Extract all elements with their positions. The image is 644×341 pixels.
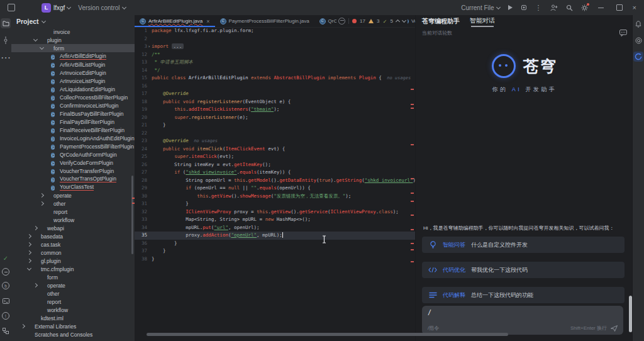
line-number[interactable]: 1 [135,27,152,35]
tree-item-form[interactable]: form [11,273,135,281]
window-icon[interactable] [6,3,16,13]
line-number[interactable]: 29 [135,184,152,193]
tree-item-vouchertransoptplugin[interactable]: CVoucherTransOptPlugin [11,175,135,183]
tree-item-cas-task[interactable]: cas.task [11,240,135,249]
maximize-icon[interactable] [614,3,625,13]
line-number[interactable]: 37 [135,247,152,255]
close-icon[interactable]: × [633,4,636,11]
tree-item-confirminvoicelistplugin[interactable]: CConfirmInvoiceListPlugin [11,101,135,109]
line-number[interactable]: 32 [135,208,152,216]
error-stripe-mark[interactable] [411,229,414,230]
tree-item-arliquidationeditplugin[interactable]: CArLiquidationEditPlugin [11,85,135,93]
tree-item-operate[interactable]: operate [11,191,135,199]
tree-item-other[interactable]: other [11,199,135,208]
tree-item-tmc-cfmplugin[interactable]: tmc.cfmplugin [11,265,135,273]
vcs-update-icon[interactable]: ✓ [3,255,8,262]
ai-chat-input[interactable]: / /指令 Shift+Enter 换行 [422,306,623,335]
line-number[interactable]: 14 [135,67,152,75]
send-icon[interactable] [611,325,618,332]
tree-item-finalreceivebillfilterplugin[interactable]: CFinalReceiveBillFilterPlugin [11,126,135,134]
error-stripe-mark[interactable] [411,193,414,194]
more-actions-icon[interactable]: ⋮ [535,4,542,11]
tree-item-workflow[interactable]: workflow [11,216,135,224]
tree-item-kdtest-iml[interactable]: kdtest.iml [11,314,135,322]
services-tool-icon[interactable] [1,326,11,336]
tree-item-paymentprocessbillfilterplugin[interactable]: CPaymentProcessBillFilterPlugin [11,142,135,150]
vcs-widget[interactable]: Version control [78,4,125,11]
tree-item-arinvoicelistplugin[interactable]: CArInvoiceListPlugin [11,77,135,85]
error-stripe-mark[interactable] [411,243,414,244]
line-number[interactable]: 27 [135,169,152,177]
line-number[interactable]: 33 [135,216,152,224]
tree-item-finalbuspaybillfilterplugin[interactable]: CFinalBusPayBillFilterPlugin [11,109,135,118]
ai-card-代码解释[interactable]: 代码解释总结一下这段代码的功能 [422,287,625,303]
collapsed-chevron-icon[interactable] [39,194,45,197]
tree-item-invoiceloginandautheditplugin[interactable]: CInvoiceLoginAndAuthEditPlugin [11,134,135,142]
tree-item-arinvoiceeditplugin[interactable]: CArInvoiceEditPlugin [11,69,135,77]
line-number[interactable]: 2 [135,35,152,43]
project-tool-icon[interactable] [1,18,11,28]
notifications-bell-icon[interactable] [633,19,643,29]
commit-tool-icon[interactable] [1,35,11,45]
tree-item-finalpaybillfilterplugin[interactable]: CFinalPayBillFilterPlugin [11,118,135,126]
prev-problem-icon[interactable] [396,20,400,24]
code-editor[interactable]: 1package lfx.lfxgf.fi.ar.plugin.form;23›… [135,27,415,341]
debug-icon[interactable] [521,4,527,11]
tree-item-report[interactable]: report [11,208,135,216]
error-stripe-mark[interactable] [411,215,414,216]
tab-smart-chat[interactable]: 智能对话 [470,16,495,27]
minimize-icon[interactable] [596,3,606,13]
error-stripe-mark[interactable] [411,201,414,202]
tree-item-other[interactable]: other [11,289,135,298]
tree-item-verifycodeformplugin[interactable]: CVerifyCodeFormPlugin [11,159,135,167]
tab-close-icon[interactable]: × [206,18,209,25]
search-icon[interactable] [566,4,573,11]
collapsed-chevron-icon[interactable] [26,235,32,238]
expanded-chevron-icon[interactable] [26,268,32,270]
tree-item-scratches-and-consoles[interactable]: Scratches and Consoles [11,330,135,338]
error-stripe-mark[interactable] [411,104,414,105]
line-number[interactable]: 21 [135,121,152,130]
line-number[interactable]: 22 [135,130,152,138]
code-with-me-icon[interactable] [550,4,558,11]
inspections-widget[interactable]: 17 3 ✓ 5 [336,17,408,25]
tree-item-vouchertransferplugin[interactable]: CVoucherTransferPlugin [11,167,135,175]
tree-item-webapi[interactable]: webapi [11,224,135,232]
project-panel-header[interactable]: Project [11,15,135,26]
collapsed-chevron-icon[interactable] [33,226,38,230]
project-selector[interactable]: L lfxgf [42,3,70,13]
line-number[interactable]: 25 [135,153,152,161]
build-tool-icon[interactable]: b [2,282,9,289]
run-icon[interactable] [508,5,513,10]
line-number[interactable]: 34 [135,224,152,232]
collapsed-chevron-icon[interactable] [26,243,32,246]
main-menu-icon[interactable] [24,3,34,13]
problems-tool-icon[interactable]: ! [2,312,9,320]
tree-scrollbar[interactable] [131,176,133,254]
line-number[interactable]: 24 [135,145,152,154]
tree-item-report[interactable]: report [11,298,135,306]
tree-item-invoice[interactable]: invoice [11,28,135,36]
settings-gear-icon[interactable] [581,4,588,11]
tree-item-arfirarbilleditplugin[interactable]: CArfirArBillEditPlugin [11,52,135,60]
tree-item-operate[interactable]: operate [11,281,135,289]
line-number[interactable]: 16 [135,82,152,91]
line-number[interactable]: 18 [135,98,152,106]
highlight-level-icon[interactable] [338,18,345,25]
no-entry-icon[interactable] [2,268,9,276]
error-stripe[interactable] [409,27,415,341]
error-stripe-mark[interactable] [411,178,414,179]
line-number[interactable]: 28 [135,177,152,185]
expanded-chevron-icon[interactable] [39,47,45,49]
line-number[interactable]: 23 [135,137,152,145]
ai-card-智能问答[interactable]: 智能问答什么是自定义控件开发 [422,237,625,253]
tree-item-plugin[interactable]: plugin [11,36,135,44]
tree-item-arfirarbilllistplugin[interactable]: CArfirArBillListPlugin [11,60,135,69]
collapsed-chevron-icon[interactable] [20,325,26,328]
collapsed-chevron-icon[interactable] [33,284,38,287]
more-tools-icon[interactable]: ⋯ [1,52,11,62]
line-number[interactable]: 20 [135,114,152,122]
expanded-chevron-icon[interactable] [33,39,38,41]
tree-item-basedata[interactable]: basedata [11,232,135,240]
horizontal-scrollbar[interactable] [147,333,508,336]
